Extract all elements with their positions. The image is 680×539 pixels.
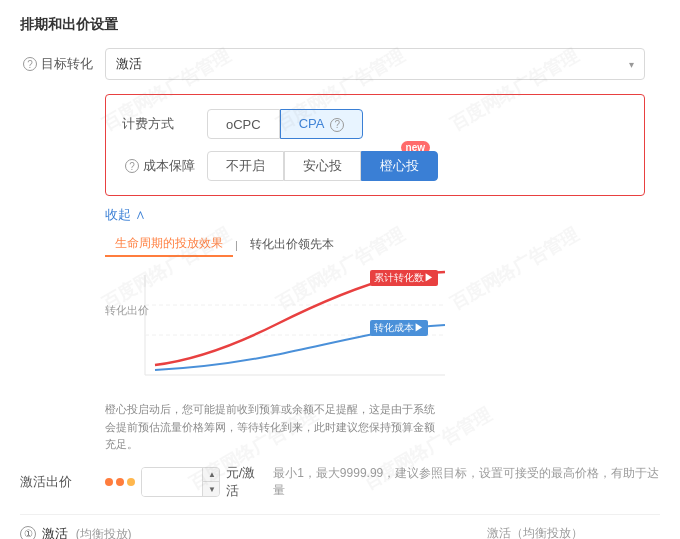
cost-protection-off-btn[interactable]: 不开启 <box>207 151 284 181</box>
strategy-sub: (均衡投放) <box>76 527 132 539</box>
billing-cost-box: 计费方式 oCPC CPA ? ? 成本保障 不开启 <box>105 94 645 196</box>
billing-btn-group: oCPC CPA ? <box>207 109 363 139</box>
chart-content: 生命周期的投放效果 | 转化出价领先本 转化出价 <box>105 232 660 454</box>
chart-note: 橙心投启动后，您可能提前收到预算或余额不足提醒，这是由于系统会提前预估流量价格筹… <box>105 401 445 454</box>
billing-row: 计费方式 oCPC CPA ? <box>122 109 628 139</box>
chart-tab-lifecycle[interactable]: 生命周期的投放效果 <box>105 232 233 257</box>
strategy-left: ① 激活 (均衡投放) 激活 品质优先 均衡投放 优量投放 <box>20 525 394 539</box>
cost-protection-row: ? 成本保障 不开启 安心投 橙心投 new <box>122 151 628 181</box>
right-chart-title: 激活（均衡投放） <box>410 525 660 539</box>
chart-tabs: 生命周期的投放效果 | 转化出价领先本 <box>105 232 660 257</box>
chart-inner: 生命周期的投放效果 | 转化出价领先本 转化出价 <box>20 232 660 454</box>
cost-protection-btn-group: 不开启 安心投 橙心投 <box>207 151 438 181</box>
price-dots <box>105 478 135 486</box>
billing-section: 计费方式 oCPC CPA ? ? 成本保障 不开启 <box>20 94 660 196</box>
divider <box>20 514 660 515</box>
price-row: 激活出价 ▲ ▼ 元/激活 最小1，最大9999.99，建议参照目标，设置可接受… <box>20 464 660 500</box>
cost-protection-options: 不开启 安心投 橙心投 new <box>207 151 438 181</box>
price-stepper: ▲ ▼ <box>202 468 220 496</box>
select-arrow-icon: ▾ <box>629 59 634 70</box>
price-input[interactable] <box>142 468 202 496</box>
chart-section: 生命周期的投放效果 | 转化出价领先本 转化出价 <box>20 232 660 454</box>
chart-visual: 转化出价 累计转化数▶ <box>105 265 465 395</box>
price-input-wrap: ▲ ▼ <box>141 467 220 497</box>
price-dot-1 <box>105 478 113 486</box>
billing-label: 计费方式 <box>122 115 207 133</box>
price-dot-2 <box>116 478 124 486</box>
chart-y-label: 转化出价 <box>105 303 149 318</box>
fold-label[interactable]: 收起 ∧ <box>105 206 146 224</box>
target-conversion-row: ? 目标转化 激活 ▾ <box>20 48 660 80</box>
target-conversion-help-icon[interactable]: ? <box>23 57 37 71</box>
strategy-header: ① 激活 (均衡投放) <box>20 525 394 539</box>
price-dot-3 <box>127 478 135 486</box>
strategy-section: ① 激活 (均衡投放) 激活 品质优先 均衡投放 优量投放 激活（均 <box>20 525 660 539</box>
cost-protection-label: ? 成本保障 <box>122 157 207 175</box>
target-conversion-select[interactable]: 激活 ▾ <box>105 48 645 80</box>
svg-text:累计转化数▶: 累计转化数▶ <box>374 272 434 283</box>
price-unit: 元/激活 <box>226 464 267 500</box>
cpa-help-icon[interactable]: ? <box>330 118 344 132</box>
price-label: 激活出价 <box>20 473 105 491</box>
strategy-num: ① <box>20 526 36 539</box>
price-down-btn[interactable]: ▼ <box>203 482 220 496</box>
cost-protection-safe-btn[interactable]: 安心投 <box>284 151 361 181</box>
cost-protection-core-btn[interactable]: 橙心投 <box>361 151 438 181</box>
strategy-right: 激活（均衡投放） <box>410 525 660 539</box>
price-up-btn[interactable]: ▲ <box>203 468 220 483</box>
fold-row: 收起 ∧ <box>105 206 660 224</box>
cost-protection-help-icon[interactable]: ? <box>125 159 139 173</box>
strategy-title-text: 激活 (均衡投放) <box>42 525 132 539</box>
billing-cpa-btn[interactable]: CPA ? <box>280 109 364 139</box>
billing-ocpc-btn[interactable]: oCPC <box>207 109 280 139</box>
svg-text:转化成本▶: 转化成本▶ <box>374 322 424 333</box>
page-container: 排期和出价设置 ? 目标转化 激活 ▾ 计费方式 oCPC CPA ? <box>0 0 680 539</box>
chart-svg: 累计转化数▶ 转化成本▶ <box>105 265 465 395</box>
price-hint: 最小1，最大9999.99，建议参照目标，设置可接受的最高价格，有助于达量 <box>273 465 660 499</box>
target-conversion-label: ? 目标转化 <box>20 55 105 73</box>
page-title: 排期和出价设置 <box>20 16 660 34</box>
chart-tab-cost[interactable]: 转化出价领先本 <box>240 233 344 256</box>
